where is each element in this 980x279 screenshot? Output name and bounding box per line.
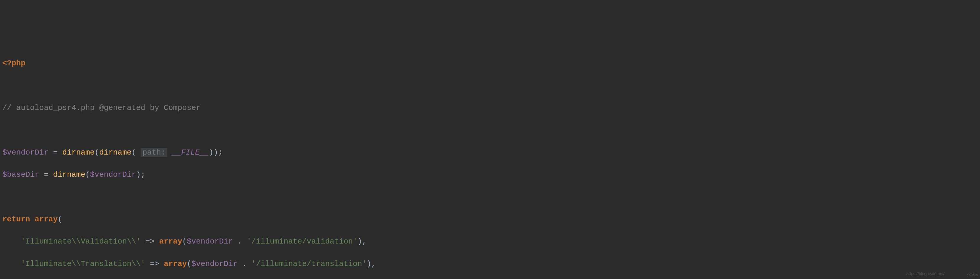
watermark-text: https://blog.csdn.net/ (907, 271, 945, 277)
code-line-blank (2, 192, 980, 203)
code-line: <?php (2, 58, 980, 69)
variable: $vendorDir (2, 148, 48, 157)
array-key: 'Illuminate\\Validation\\' (21, 237, 141, 246)
array-key: 'Illuminate\\Translation\\' (21, 260, 145, 268)
code-line-blank (2, 125, 980, 136)
path-string: '/illuminate/translation' (251, 260, 367, 268)
code-line-return: return array( (2, 214, 980, 225)
php-open-tag: <?php (2, 59, 25, 68)
code-editor[interactable]: <?php // autoload_psr4.php @generated by… (2, 47, 980, 279)
code-line-entry: 'Illuminate\\Validation\\' => array($ven… (2, 236, 980, 247)
code-line-comment: // autoload_psr4.php @generated by Compo… (2, 102, 980, 114)
comment-text: // autoload_psr4.php @generated by Compo… (2, 104, 200, 112)
parameter-hint: path: (141, 148, 167, 157)
code-line-blank (2, 80, 980, 92)
variable: $baseDir (2, 170, 39, 179)
path-string: '/illuminate/validation' (247, 237, 357, 246)
keyword-array: array (35, 215, 57, 224)
keyword-return: return (2, 215, 30, 224)
corner-badge: 亿速云 (967, 272, 979, 278)
code-line-base: $baseDir = dirname($vendorDir); (2, 169, 980, 180)
code-line-entry: 'Illuminate\\Translation\\' => array($ve… (2, 258, 980, 270)
code-line-vendor: $vendorDir = dirname(dirname( path: __FI… (2, 147, 980, 158)
magic-constant: __FILE__ (172, 148, 209, 157)
